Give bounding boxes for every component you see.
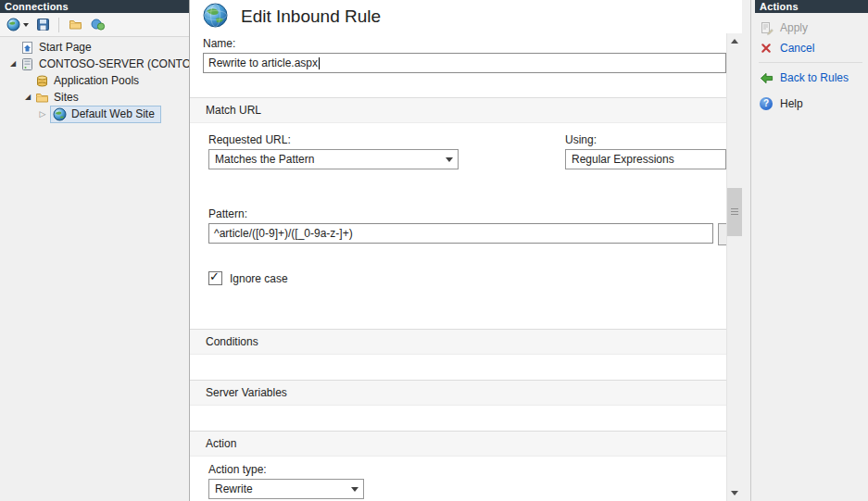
tree-item-application-pools[interactable]: Application Pools bbox=[0, 72, 189, 89]
ignore-case-checkbox[interactable] bbox=[208, 271, 222, 285]
name-input[interactable]: Rewrite to article.aspx bbox=[203, 53, 726, 73]
pattern-label: Pattern: bbox=[208, 207, 726, 220]
sites-folder-icon bbox=[35, 91, 50, 105]
match-url-section: Match URL Requested URL: Matches the Pat… bbox=[190, 97, 726, 285]
apply-label: Apply bbox=[780, 21, 808, 34]
actions-title: Actions bbox=[760, 1, 799, 12]
action-type-select[interactable]: Rewrite bbox=[208, 479, 364, 499]
server-variables-section-header[interactable]: Server Variables bbox=[190, 380, 726, 406]
connections-title: Connections bbox=[5, 1, 69, 12]
using-value: Regular Expressions bbox=[572, 153, 674, 166]
rule-form: Name: Rewrite to article.aspx Match URL … bbox=[190, 33, 726, 501]
connections-panel: Connections bbox=[0, 0, 190, 501]
panel-gutter bbox=[742, 0, 750, 501]
action-type-value: Rewrite bbox=[215, 482, 253, 495]
requested-url-select[interactable]: Matches the Pattern bbox=[208, 149, 459, 169]
conditions-section: Conditions bbox=[190, 329, 726, 355]
conditions-title: Conditions bbox=[206, 335, 258, 348]
iis-manager-window: Connections bbox=[0, 0, 868, 501]
conditions-section-header[interactable]: Conditions bbox=[190, 329, 726, 355]
back-arrow-icon bbox=[759, 71, 774, 85]
server-icon bbox=[20, 57, 35, 71]
help-label: Help bbox=[780, 97, 803, 110]
using-select[interactable]: Regular Expressions bbox=[565, 149, 726, 169]
tree-item-label: Default Web Site bbox=[71, 107, 155, 120]
scrollbar-track[interactable] bbox=[727, 49, 742, 485]
action-section: Action Action type: Rewrite bbox=[190, 431, 726, 499]
server-variables-section: Server Variables bbox=[190, 380, 726, 406]
connections-tree: Start Page CONTOSO-SERVER (CONTOS bbox=[0, 37, 189, 501]
actions-separator bbox=[759, 62, 862, 63]
application-pools-icon bbox=[35, 74, 50, 88]
action-title: Action bbox=[206, 437, 236, 450]
chevron-down-icon bbox=[441, 150, 458, 169]
match-url-title: Match URL bbox=[206, 104, 261, 117]
back-to-rules-label: Back to Rules bbox=[780, 71, 849, 84]
vertical-scrollbar[interactable] bbox=[726, 33, 742, 501]
chevron-down-icon bbox=[346, 480, 363, 498]
name-label: Name: bbox=[203, 37, 726, 50]
server-variables-title: Server Variables bbox=[206, 386, 287, 399]
expander-expanded-icon[interactable] bbox=[20, 89, 35, 106]
using-label: Using: bbox=[565, 133, 726, 146]
create-connection-button[interactable] bbox=[4, 16, 29, 34]
sites-folder-icon[interactable] bbox=[66, 16, 84, 34]
expander-collapsed-icon[interactable] bbox=[35, 106, 50, 123]
connections-header: Connections bbox=[0, 0, 189, 13]
tree-item-default-web-site[interactable]: Default Web Site bbox=[0, 106, 189, 122]
back-to-rules-button[interactable]: Back to Rules bbox=[759, 68, 862, 88]
action-type-label: Action type: bbox=[190, 463, 726, 476]
page-title-row: Edit Inbound Rule bbox=[190, 0, 742, 33]
scroll-down-button[interactable] bbox=[727, 485, 742, 501]
start-page-icon bbox=[20, 41, 35, 55]
requested-url-label: Requested URL: bbox=[208, 133, 459, 146]
tree-item-label: Sites bbox=[54, 91, 79, 104]
ignore-case-row: Ignore case bbox=[190, 271, 726, 285]
page-title: Edit Inbound Rule bbox=[241, 6, 381, 27]
cancel-x-icon bbox=[759, 43, 774, 54]
tree-item-label: Start Page bbox=[39, 41, 92, 54]
selected-tree-item[interactable]: Default Web Site bbox=[50, 106, 161, 123]
help-button[interactable]: Help bbox=[759, 94, 862, 114]
actions-panel: Actions Apply Cance bbox=[750, 0, 868, 501]
actions-header: Actions bbox=[755, 0, 868, 13]
match-url-section-header[interactable]: Match URL bbox=[190, 97, 726, 123]
pattern-input[interactable]: ^article/([0-9]+)/([_0-9a-z-]+) bbox=[208, 223, 713, 244]
tree-item-server[interactable]: CONTOSO-SERVER (CONTOS bbox=[0, 56, 189, 72]
apply-button: Apply bbox=[759, 18, 862, 38]
tree-item-sites[interactable]: Sites bbox=[0, 89, 189, 106]
apply-icon bbox=[759, 21, 774, 35]
scroll-up-button[interactable] bbox=[727, 33, 742, 49]
cancel-label: Cancel bbox=[780, 42, 814, 55]
scrollbar-thumb[interactable] bbox=[727, 188, 742, 236]
save-connections-icon[interactable] bbox=[33, 16, 52, 34]
action-section-header[interactable]: Action bbox=[190, 431, 726, 457]
browse-site-icon[interactable] bbox=[89, 16, 107, 34]
expander-expanded-icon[interactable] bbox=[6, 56, 20, 72]
ignore-case-label: Ignore case bbox=[230, 272, 288, 285]
tree-item-label: CONTOSO-SERVER (CONTOS bbox=[39, 57, 189, 70]
requested-url-value: Matches the Pattern bbox=[215, 153, 314, 166]
test-pattern-button[interactable] bbox=[718, 223, 726, 245]
cancel-button[interactable]: Cancel bbox=[759, 38, 862, 58]
web-site-globe-icon bbox=[53, 107, 68, 121]
name-input-value: Rewrite to article.aspx bbox=[208, 56, 318, 69]
pattern-input-value: ^article/([0-9]+)/([_0-9a-z-]+) bbox=[214, 227, 353, 240]
create-connection-icon bbox=[4, 16, 22, 34]
help-icon bbox=[759, 97, 774, 110]
edit-inbound-rule-page: Edit Inbound Rule Name: Rewrite to artic… bbox=[190, 0, 742, 501]
tree-item-start-page[interactable]: Start Page bbox=[0, 39, 189, 56]
chevron-down-icon bbox=[23, 23, 29, 27]
toolbar-separator bbox=[58, 18, 59, 32]
tree-item-label: Application Pools bbox=[54, 74, 139, 87]
text-caret bbox=[319, 57, 320, 69]
inbound-rule-globe-icon bbox=[203, 3, 228, 31]
connections-toolbar bbox=[0, 13, 189, 37]
actions-list: Apply Cancel Back to Rules bbox=[751, 13, 868, 114]
